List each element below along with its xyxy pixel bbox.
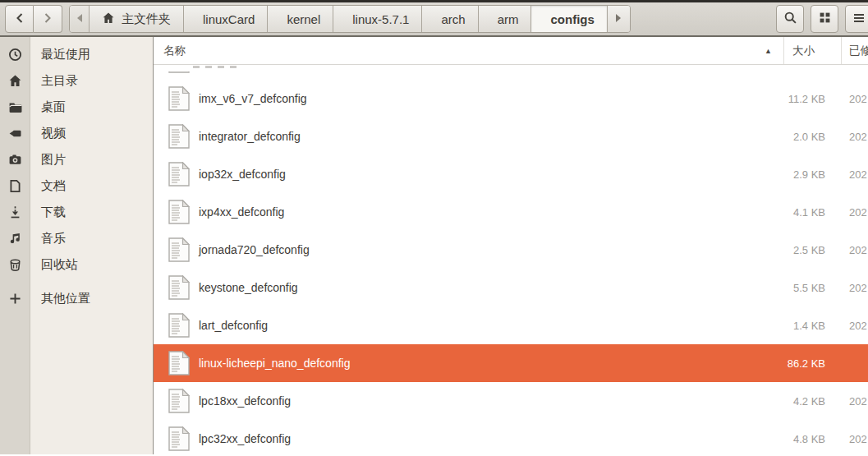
file-size: 1.4 KB: [784, 320, 842, 332]
text-file-icon: [168, 200, 190, 224]
text-file-icon: [168, 426, 190, 451]
breadcrumb-segment[interactable]: 主文件夹: [90, 6, 184, 32]
file-row[interactable]: lpc32xx_defconfig 4.8 KB 202: [154, 420, 868, 454]
breadcrumb-label: configs: [550, 12, 594, 26]
music-icon: [0, 232, 30, 246]
sidebar-item-label: 最近使用: [41, 47, 90, 62]
file-row[interactable]: integrator_defconfig 2.0 KB 202: [154, 117, 868, 155]
text-file-icon: [168, 86, 190, 111]
file-size: 2.9 KB: [784, 168, 842, 181]
text-file-icon: [168, 237, 190, 262]
file-modified-date: 202: [842, 244, 868, 256]
search-button[interactable]: [776, 5, 804, 33]
file-name: jornada720_defconfig: [199, 243, 310, 256]
sidebar-item-label: 下载: [41, 205, 66, 220]
file-modified-date: 202: [842, 131, 868, 143]
forward-icon: [41, 12, 54, 27]
file-name: iop32x_defconfig: [199, 168, 286, 181]
file-modified-date: 202: [842, 433, 868, 445]
window-body: 最近使用 主目录 桌面 视频 图片 文档: [0, 37, 868, 454]
list-header: 名称 ▲ 大小 已修改: [154, 37, 868, 65]
file-name: lpc18xx_defconfig: [199, 394, 291, 408]
breadcrumb-label: linuxCard: [203, 12, 255, 26]
file-modified-date: 202: [842, 168, 868, 181]
file-row[interactable]: jornada720_defconfig 2.5 KB 202: [154, 231, 868, 269]
sidebar-item[interactable]: 图片: [0, 146, 153, 173]
sidebar-item-label: 文档: [41, 178, 66, 194]
sidebar-item-label: 视频: [41, 126, 66, 141]
breadcrumb-segment[interactable]: configs: [531, 6, 607, 32]
file-modified-date: 202: [842, 93, 868, 105]
file-size: 4.2 KB: [784, 395, 842, 408]
back-icon: [13, 12, 26, 27]
breadcrumb-segment[interactable]: linux-5.7.1: [333, 6, 422, 32]
file-row[interactable]: ixp4xx_defconfig 4.1 KB 202: [154, 193, 868, 231]
sidebar-item[interactable]: 文档: [0, 173, 153, 199]
sidebar: 最近使用 主目录 桌面 视频 图片 文档: [0, 37, 154, 454]
file-list-pane: 名称 ▲ 大小 已修改: [154, 37, 868, 454]
history-nav-group: [5, 5, 62, 33]
file-modified-date: 202: [842, 282, 868, 294]
text-file-icon: [168, 275, 190, 300]
file-modified-date: 202: [842, 206, 868, 219]
breadcrumb-label: arm: [498, 12, 519, 26]
sidebar-item[interactable]: 回收站: [0, 251, 153, 278]
sidebar-item[interactable]: 其他位置: [0, 285, 153, 311]
column-header-modified[interactable]: 已修改: [842, 37, 868, 64]
text-file-icon: [168, 313, 190, 338]
file-row[interactable]: imx_v6_v7_defconfig 11.2 KB 202: [154, 80, 868, 117]
breadcrumb-segment[interactable]: arm: [479, 6, 532, 32]
file-row[interactable]: lpc18xx_defconfig 4.2 KB 202: [154, 382, 868, 420]
breadcrumb-segment[interactable]: linuxCard: [184, 6, 268, 32]
grid-view-button[interactable]: [811, 5, 838, 33]
breadcrumb-next-button[interactable]: [608, 6, 630, 32]
file-row[interactable]: lart_defconfig 1.4 KB 202: [154, 306, 868, 344]
file-manager-window: 主文件夹 linuxCard kernel linux-5.7.1 arch: [0, 0, 868, 456]
menu-icon: [852, 12, 866, 27]
sidebar-item[interactable]: 桌面: [0, 94, 153, 120]
file-row[interactable]: keystone_defconfig 5.5 KB 202: [154, 269, 868, 306]
sidebar-item[interactable]: 主目录: [0, 67, 153, 94]
next-crumb-icon: [614, 13, 622, 25]
sidebar-item[interactable]: 最近使用: [0, 41, 153, 67]
sidebar-item[interactable]: 音乐: [0, 225, 153, 251]
sidebar-item-label: 其他位置: [41, 291, 90, 306]
text-file-icon: [168, 351, 190, 375]
sidebar-item[interactable]: 下载: [0, 199, 153, 225]
breadcrumb-label: arch: [441, 12, 465, 26]
document-icon: [0, 179, 30, 193]
file-row[interactable]: [154, 65, 868, 80]
file-size: 11.2 KB: [784, 93, 842, 105]
file-modified-date: 202: [842, 395, 868, 408]
text-file-icon: [168, 162, 190, 187]
breadcrumb-prev-button[interactable]: [70, 6, 90, 32]
sidebar-item-label: 桌面: [41, 99, 66, 115]
file-list: imx_v6_v7_defconfig 11.2 KB 202 integrat…: [154, 65, 868, 454]
forward-button[interactable]: [34, 5, 62, 33]
plus-icon: [0, 292, 30, 306]
sidebar-item-label: 主目录: [41, 73, 78, 89]
back-button[interactable]: [5, 5, 34, 33]
file-name: lart_defconfig: [199, 319, 268, 332]
breadcrumb-segment[interactable]: arch: [422, 6, 478, 32]
sidebar-item-label: 音乐: [41, 231, 66, 246]
file-row[interactable]: linux-licheepi_nano_defconfig 86.2 KB: [154, 344, 868, 382]
file-name: keystone_defconfig: [199, 281, 298, 294]
breadcrumb-segments: 主文件夹 linuxCard kernel linux-5.7.1 arch: [90, 6, 608, 32]
breadcrumb-segment[interactable]: kernel: [268, 6, 333, 32]
file-row[interactable]: iop32x_defconfig 2.9 KB 202: [154, 155, 868, 193]
home-icon: [0, 74, 30, 88]
menu-button[interactable]: [845, 5, 868, 33]
file-size: 2.0 KB: [784, 131, 842, 143]
search-icon: [783, 11, 797, 27]
sort-ascending-icon: ▲: [765, 47, 783, 55]
column-header-size[interactable]: 大小: [784, 37, 842, 64]
text-file-icon: [168, 124, 190, 149]
file-size: 5.5 KB: [784, 282, 842, 294]
file-name: integrator_defconfig: [199, 130, 301, 143]
clipped-text-remnant: [193, 66, 241, 68]
file-size: 86.2 KB: [784, 357, 842, 370]
sidebar-item[interactable]: 视频: [0, 120, 153, 146]
column-header-name[interactable]: 名称 ▲: [154, 37, 784, 64]
file-name: ixp4xx_defconfig: [199, 205, 284, 219]
